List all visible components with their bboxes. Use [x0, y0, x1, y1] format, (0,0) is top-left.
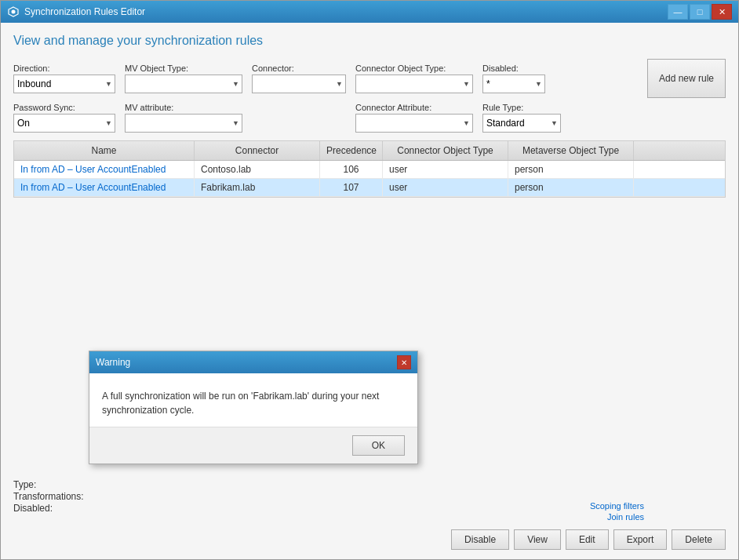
- dialog-content: A full synchronization will be run on 'F…: [89, 373, 417, 427]
- edit-button[interactable]: Edit: [566, 529, 609, 550]
- main-content: View and manage your synchronization rul…: [1, 23, 738, 559]
- type-label: Type:: [13, 479, 36, 490]
- connector-object-type-label: Connector Object Type:: [355, 64, 473, 73]
- col-header-precedence: Precedence: [320, 141, 383, 160]
- row2-cot: user: [383, 179, 508, 196]
- connector-select[interactable]: [252, 75, 346, 93]
- title-bar: Synchronization Rules Editor — □ ✕: [1, 1, 738, 23]
- row2-precedence: 107: [320, 179, 383, 196]
- delete-button[interactable]: Delete: [672, 529, 726, 550]
- connector-group: Connector: ▼: [252, 64, 346, 93]
- mv-attribute-select-wrapper: ▼: [125, 114, 242, 133]
- password-sync-select[interactable]: On Off: [13, 114, 115, 133]
- disabled-label: Disabled:: [482, 64, 545, 73]
- connector-select-wrapper: ▼: [252, 75, 346, 93]
- mv-attribute-select[interactable]: [125, 114, 242, 133]
- rule-type-label: Rule Type:: [482, 103, 561, 112]
- direction-group: Direction: Inbound Outbound ▼: [13, 64, 115, 93]
- footer-transformations: Transformations:: [13, 491, 84, 502]
- connector-label: Connector:: [252, 64, 346, 73]
- dialog-message: A full synchronization will be run on 'F…: [102, 389, 405, 417]
- rule-type-select[interactable]: Standard Custom: [482, 114, 561, 133]
- export-button[interactable]: Export: [613, 529, 668, 550]
- scoping-filters-link[interactable]: Scoping filters: [590, 501, 644, 511]
- connector-attribute-select[interactable]: [355, 114, 473, 133]
- svg-point-1: [12, 10, 16, 14]
- filter-row-2: Password Sync: On Off ▼ MV attribute:: [13, 103, 726, 133]
- connector-attribute-group: Connector Attribute: ▼: [355, 103, 473, 133]
- filter-section: Direction: Inbound Outbound ▼ MV Object …: [13, 59, 726, 133]
- footer-disabled: Disabled:: [13, 503, 84, 514]
- minimize-button[interactable]: —: [668, 4, 688, 20]
- mv-object-type-select-wrapper: ▼: [125, 75, 242, 93]
- direction-label: Direction:: [13, 64, 115, 73]
- col-header-mot: Metaverse Object Type: [508, 141, 634, 160]
- mv-attribute-label: MV attribute:: [125, 103, 242, 112]
- connector-attribute-label: Connector Attribute:: [355, 103, 473, 112]
- maximize-button[interactable]: □: [690, 4, 710, 20]
- row1-precedence: 106: [320, 161, 383, 178]
- row2-mot: person: [508, 179, 634, 196]
- title-bar-left: Synchronization Rules Editor: [7, 5, 145, 18]
- ok-button[interactable]: OK: [352, 435, 405, 456]
- col-header-cot: Connector Object Type: [383, 141, 508, 160]
- filter-row-1: Direction: Inbound Outbound ▼ MV Object …: [13, 59, 726, 98]
- title-bar-controls: — □ ✕: [668, 4, 732, 20]
- mv-object-type-select[interactable]: [125, 75, 242, 93]
- footer-info: Type: Transformations: Disabled:: [13, 479, 84, 514]
- view-button[interactable]: View: [514, 529, 561, 550]
- direction-select-wrapper: Inbound Outbound ▼: [13, 75, 115, 93]
- row1-name: In from AD – User AccountEnabled: [14, 161, 195, 178]
- connector-attribute-select-wrapper: ▼: [355, 114, 473, 133]
- col-header-name: Name: [14, 141, 195, 160]
- window-title: Synchronization Rules Editor: [24, 6, 145, 17]
- main-window: Synchronization Rules Editor — □ ✕ View …: [0, 0, 739, 560]
- warning-dialog: Warning ✕ A full synchronization will be…: [89, 351, 418, 464]
- table-header: Name Connector Precedence Connector Obje…: [14, 141, 725, 161]
- footer-disabled-label: Disabled:: [13, 503, 53, 514]
- page-title: View and manage your synchronization rul…: [13, 34, 726, 48]
- direction-select[interactable]: Inbound Outbound: [13, 75, 115, 93]
- mv-attribute-group: MV attribute: ▼: [125, 103, 242, 133]
- password-sync-group: Password Sync: On Off ▼: [13, 103, 115, 133]
- row1-mot: person: [508, 161, 634, 178]
- dialog-footer: OK: [89, 427, 417, 464]
- password-sync-select-wrapper: On Off ▼: [13, 114, 115, 133]
- dialog-title: Warning: [96, 357, 130, 368]
- dialog-close-button[interactable]: ✕: [397, 355, 411, 369]
- close-button[interactable]: ✕: [712, 4, 732, 20]
- mv-object-type-group: MV Object Type: ▼: [125, 64, 242, 93]
- connector-object-type-select-wrapper: ▼: [355, 75, 473, 93]
- disabled-group: Disabled: * Yes No ▼: [482, 64, 545, 93]
- disabled-select-wrapper: * Yes No ▼: [482, 75, 545, 93]
- row2-name: In from AD – User AccountEnabled: [14, 179, 195, 196]
- rule-type-select-wrapper: Standard Custom ▼: [482, 114, 561, 133]
- row1-cot: user: [383, 161, 508, 178]
- row1-connector: Contoso.lab: [195, 161, 320, 178]
- app-icon: [7, 5, 20, 18]
- rules-table: Name Connector Precedence Connector Obje…: [13, 140, 726, 198]
- col-header-connector: Connector: [195, 141, 320, 160]
- row2-connector: Fabrikam.lab: [195, 179, 320, 196]
- transformations-label: Transformations:: [13, 491, 84, 502]
- add-rule-button[interactable]: Add new rule: [647, 59, 726, 98]
- connector-object-type-select[interactable]: [355, 75, 473, 93]
- footer-type: Type:: [13, 479, 84, 490]
- join-rules-link[interactable]: Join rules: [607, 512, 644, 522]
- disabled-select[interactable]: * Yes No: [482, 75, 545, 93]
- disable-button[interactable]: Disable: [451, 529, 509, 550]
- table-row[interactable]: In from AD – User AccountEnabled Contoso…: [14, 161, 725, 179]
- mv-object-type-label: MV Object Type:: [125, 64, 242, 73]
- dialog-title-bar: Warning ✕: [89, 351, 417, 373]
- password-sync-label: Password Sync:: [13, 103, 115, 112]
- table-row[interactable]: In from AD – User AccountEnabled Fabrika…: [14, 179, 725, 197]
- action-buttons: Disable View Edit Export Delete: [451, 529, 726, 550]
- connector-object-type-group: Connector Object Type: ▼: [355, 64, 473, 93]
- rule-type-group: Rule Type: Standard Custom ▼: [482, 103, 561, 133]
- footer-links: Scoping filters Join rules: [590, 501, 644, 522]
